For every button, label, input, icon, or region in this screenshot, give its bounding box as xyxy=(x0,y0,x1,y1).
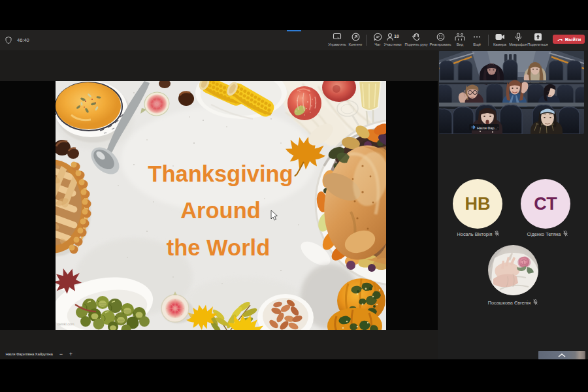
svg-text:twinkl.com: twinkl.com xyxy=(57,322,74,326)
svg-text:10: 10 xyxy=(394,34,399,39)
svg-text:Наіля Фар...: Наіля Фар... xyxy=(477,126,498,130)
svg-text:Thanksgiving: Thanksgiving xyxy=(148,161,293,186)
svg-text:the World: the World xyxy=(167,235,270,260)
svg-text:Around: Around xyxy=(180,198,261,223)
